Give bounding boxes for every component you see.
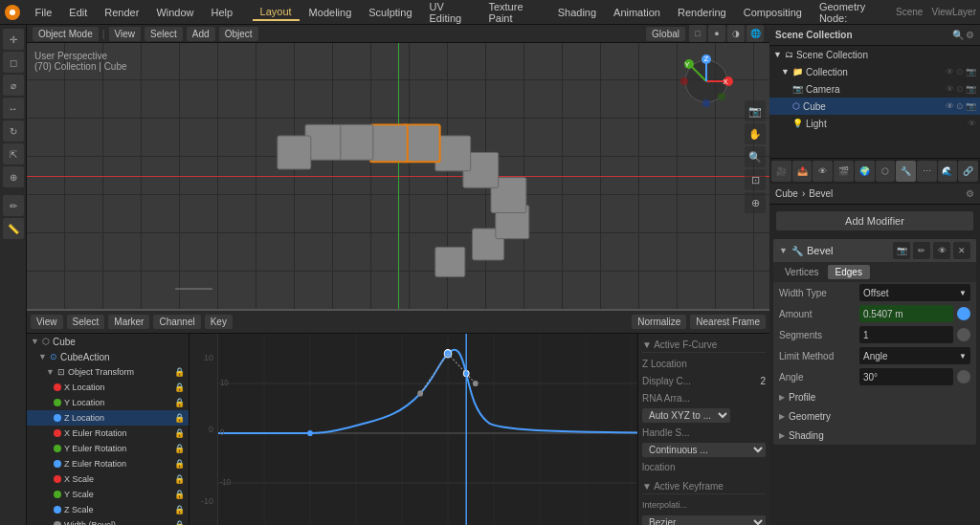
workspace-modeling[interactable]: Modeling — [301, 5, 360, 20]
workspace-compositing[interactable]: Compositing — [736, 5, 810, 20]
transform-all-tool[interactable]: ⊕ — [3, 166, 24, 187]
scale-tool[interactable]: ⇱ — [3, 143, 24, 164]
modifier-header[interactable]: ▼ 🔧 Bevel 📷 ✏ 👁 ✕ — [773, 239, 976, 262]
camera-cursor-icon[interactable]: ⊙ — [956, 84, 964, 94]
cursor-tool[interactable]: ✛ — [3, 29, 24, 50]
eye-icon[interactable]: 👁 — [946, 67, 954, 77]
menu-help[interactable]: Help — [204, 5, 241, 20]
cube-eye-icon[interactable]: 👁 — [946, 101, 954, 111]
channel-y-scale[interactable]: Y Scale 🔒 — [27, 487, 189, 502]
wireframe-btn[interactable]: □ — [689, 25, 706, 42]
workspace-rendering[interactable]: Rendering — [670, 5, 734, 20]
profile-section[interactable]: ▶ Profile — [773, 387, 976, 406]
edges-tab[interactable]: Edges — [828, 265, 870, 279]
select-tool[interactable]: ◻ — [3, 52, 24, 73]
cube-render-icon[interactable]: 📷 — [966, 101, 976, 111]
amount-keyframe-dot[interactable] — [957, 307, 970, 320]
add-menu[interactable]: Add — [187, 27, 215, 41]
angle-keyframe-dot[interactable] — [957, 370, 970, 383]
object-mode-dropdown[interactable]: Object Mode — [33, 27, 99, 41]
annotate-tool[interactable]: ✏ — [3, 195, 24, 216]
object-tab[interactable]: ⬡ — [876, 161, 896, 182]
menu-edit[interactable]: Edit — [61, 5, 95, 20]
outliner-light[interactable]: 💡 Light 👁 — [769, 115, 980, 132]
lasso-tool[interactable]: ⌀ — [3, 75, 24, 96]
world-tab[interactable]: 🌍 — [855, 161, 875, 182]
channel-x-location[interactable]: X Location 🔒 — [27, 380, 189, 395]
amount-input[interactable]: 0.5407 m — [859, 305, 953, 322]
solid-btn[interactable]: ● — [708, 25, 725, 42]
modifier-edit-icon[interactable]: ✏ — [913, 242, 930, 259]
interpolation-dropdown[interactable]: Bezier — [642, 515, 766, 526]
cursor-icon[interactable]: ⊙ — [956, 67, 964, 77]
workspace-layout[interactable]: Layout — [253, 4, 300, 21]
measure-tool[interactable]: 📏 — [3, 218, 24, 239]
width-type-dropdown[interactable]: Offset ▼ — [859, 284, 970, 301]
graph-channel-menu[interactable]: Channel — [153, 315, 200, 329]
viewport-gizmo[interactable]: X Y Z — [678, 53, 735, 110]
workspace-sculpting[interactable]: Sculpting — [361, 5, 419, 20]
particles-tab[interactable]: ⋯ — [917, 161, 937, 182]
workspace-animation[interactable]: Animation — [606, 5, 668, 20]
handle-s-value-row[interactable]: Continuous ... — [642, 441, 766, 458]
workspace-texture[interactable]: Texture Paint — [480, 0, 547, 26]
limit-method-dropdown[interactable]: Angle ▼ — [859, 347, 970, 364]
3d-viewport[interactable]: User Perspective (70) Collection | Cube … — [27, 43, 769, 309]
modifier-render-icon[interactable]: 📷 — [893, 242, 910, 259]
outliner-options-icon[interactable]: ⚙ — [966, 30, 974, 40]
physics-tab[interactable]: 🌊 — [938, 161, 958, 182]
cube-cursor-icon[interactable]: ⊙ — [956, 101, 964, 111]
display-dropdown[interactable]: Auto XYZ to ... — [642, 408, 730, 423]
graph-marker-menu[interactable]: Marker — [108, 315, 149, 329]
channel-object-transform[interactable]: ▼ ⊡ Object Transform 🔒 — [27, 364, 189, 380]
segments-keyframe-dot[interactable] — [957, 328, 970, 341]
output-tab[interactable]: 📤 — [792, 161, 813, 182]
channel-y-location[interactable]: Y Location 🔒 — [27, 395, 189, 410]
modifier-tab[interactable]: 🔧 — [896, 161, 916, 182]
channel-width-bevel[interactable]: Width (Bevel) 🔒 — [27, 517, 189, 525]
menu-render[interactable]: Render — [97, 5, 146, 20]
interpolation-value-row[interactable]: Bezier — [642, 514, 766, 525]
zoom-icon[interactable]: 🔍 — [745, 146, 766, 167]
outliner-camera[interactable]: 📷 Camera 👁 ⊙ 📷 — [769, 80, 980, 98]
constraints-tab[interactable]: 🔗 — [958, 161, 978, 182]
outliner-filter-icon[interactable]: 🔍 — [952, 30, 964, 40]
object-menu[interactable]: Object — [219, 27, 258, 41]
channel-x-scale[interactable]: X Scale 🔒 — [27, 471, 189, 487]
breadcrumb-options-icon[interactable]: ⚙ — [966, 188, 974, 199]
add-modifier-btn[interactable]: Add Modifier — [776, 211, 973, 230]
shading-section[interactable]: ▶ Shading — [773, 426, 976, 445]
modifier-close-icon[interactable]: ✕ — [953, 242, 970, 259]
transform-tool[interactable]: ↔ — [3, 98, 24, 119]
graph-key-menu[interactable]: Key — [205, 315, 233, 329]
render-tab[interactable]: 🎥 — [771, 161, 791, 182]
view-tab[interactable]: 👁 — [813, 161, 833, 182]
gizmo-icon[interactable]: ⊕ — [745, 192, 766, 213]
normalize-btn[interactable]: Normalize — [632, 315, 686, 329]
camera-eye-icon[interactable]: 👁 — [946, 84, 954, 94]
channel-x-euler[interactable]: X Euler Rotation 🔒 — [27, 426, 189, 441]
workspace-uv[interactable]: UV Editing — [422, 0, 479, 26]
vertices-tab[interactable]: Vertices — [777, 265, 827, 279]
light-eye-icon[interactable]: 👁 — [968, 119, 976, 128]
camera-render-icon[interactable]: 📷 — [966, 84, 976, 94]
rotate-tool[interactable]: ↻ — [3, 120, 24, 142]
workspace-geo-node[interactable]: Geometry Node: — [812, 0, 892, 26]
channel-z-scale[interactable]: Z Scale 🔒 — [27, 502, 189, 517]
menu-file[interactable]: File — [28, 5, 60, 20]
outliner-cube[interactable]: ⬡ Cube 👁 ⊙ 📷 — [769, 98, 980, 115]
camera-view-icon[interactable]: 📷 — [745, 100, 766, 121]
graph-curve-area[interactable]: 10 0 -10 — [189, 334, 769, 525]
channel-cubeaction[interactable]: ▼ ⊙ CubeAction — [27, 349, 189, 364]
move-icon[interactable]: ✋ — [745, 123, 766, 144]
workspace-shading[interactable]: Shading — [550, 5, 604, 20]
view-menu[interactable]: View — [109, 27, 142, 41]
graph-select-menu[interactable]: Select — [67, 315, 105, 329]
render-icon[interactable]: 📷 — [966, 67, 976, 77]
menu-window[interactable]: Window — [148, 5, 201, 20]
channel-z-location[interactable]: Z Location 🔒 — [27, 410, 189, 426]
rendered-btn[interactable]: 🌐 — [746, 25, 764, 42]
material-btn[interactable]: ◑ — [727, 25, 745, 42]
nearest-frame-btn[interactable]: Nearest Frame — [690, 315, 766, 329]
outliner-collection[interactable]: ▼ 📁 Collection 👁 ⊙ 📷 — [769, 63, 980, 80]
